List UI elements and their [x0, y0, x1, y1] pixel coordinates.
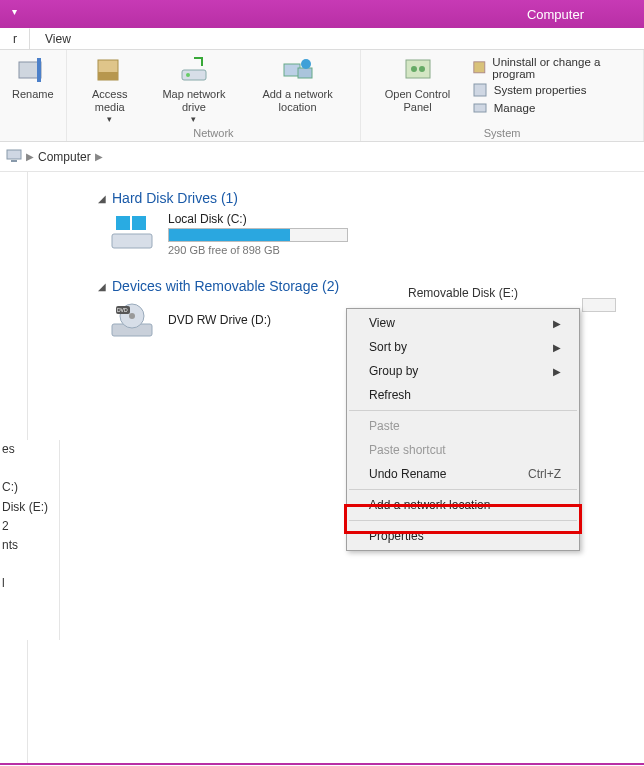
uninstall-program-button[interactable]: Uninstall or change a program: [472, 56, 633, 80]
drive-free-text: 290 GB free of 898 GB: [168, 244, 348, 256]
context-menu: View▶ Sort by▶ Group by▶ Refresh Paste P…: [346, 308, 580, 551]
chevron-right-icon[interactable]: ▶: [91, 151, 107, 162]
svg-text:DVD: DVD: [117, 307, 128, 313]
ribbon-tabbar: r View: [0, 28, 644, 50]
add-network-location-button[interactable]: Add a network location: [241, 52, 354, 127]
chevron-right-icon: ▶: [553, 342, 561, 353]
svg-rect-14: [474, 104, 486, 112]
menu-separator: [349, 410, 577, 411]
drive-removable-e[interactable]: Removable Disk (E:): [408, 286, 518, 300]
window-titlebar: ▾ Computer: [0, 0, 644, 28]
rename-button[interactable]: Rename: [6, 52, 60, 140]
breadcrumb-computer[interactable]: Computer: [38, 150, 91, 164]
uninstall-icon: [472, 60, 487, 76]
chevron-right-icon: ▶: [553, 366, 561, 377]
menu-properties[interactable]: Properties: [347, 524, 579, 548]
ribbon-group-system: System: [367, 127, 637, 140]
computer-root-icon: [6, 147, 22, 166]
drive-label: Local Disk (C:): [168, 212, 348, 226]
sidebar-item[interactable]: Disk (E:): [2, 498, 59, 517]
category-removable[interactable]: ◢ Devices with Removable Storage (2): [98, 278, 644, 294]
svg-rect-13: [474, 84, 486, 96]
svg-rect-16: [11, 160, 17, 162]
svg-point-22: [129, 313, 135, 319]
drive-label: DVD RW Drive (D:): [168, 313, 271, 327]
svg-point-11: [419, 66, 425, 72]
address-bar[interactable]: ▶ Computer ▶: [0, 142, 644, 172]
svg-rect-1: [37, 58, 41, 82]
tab-view[interactable]: View: [32, 28, 84, 49]
window-border-bottom: [0, 763, 644, 765]
collapse-icon[interactable]: ◢: [98, 193, 106, 204]
menu-sort-by[interactable]: Sort by▶: [347, 335, 579, 359]
menu-undo-rename[interactable]: Undo RenameCtrl+Z: [347, 462, 579, 486]
svg-rect-3: [98, 72, 118, 80]
menu-add-network-location[interactable]: Add a network location: [347, 493, 579, 517]
svg-point-8: [301, 59, 311, 69]
dvd-drive-icon: DVD: [110, 300, 154, 340]
menu-refresh[interactable]: Refresh: [347, 383, 579, 407]
control-panel-icon: [402, 54, 434, 86]
open-control-panel-button[interactable]: Open Control Panel: [367, 52, 467, 127]
chevron-right-icon: ▶: [553, 318, 561, 329]
map-network-drive-button[interactable]: Map network drive▾: [147, 52, 241, 127]
network-location-icon: [282, 54, 314, 86]
window-title: Computer: [527, 7, 584, 22]
sidebar-item[interactable]: C:): [2, 478, 59, 497]
manage-button[interactable]: Manage: [472, 100, 633, 116]
nav-pane-items: es C:) Disk (E:) 2 nts l: [0, 440, 60, 640]
rename-icon: [17, 54, 49, 86]
chevron-right-icon[interactable]: ▶: [22, 151, 38, 162]
media-icon: [94, 54, 126, 86]
svg-point-10: [411, 66, 417, 72]
svg-rect-12: [474, 62, 485, 73]
map-drive-icon: [178, 54, 210, 86]
shortcut-text: Ctrl+Z: [528, 467, 561, 481]
removable-usage-bar: [582, 298, 616, 312]
access-media-button[interactable]: Access media▾: [73, 52, 147, 127]
menu-paste: Paste: [347, 414, 579, 438]
category-hdd[interactable]: ◢ Hard Disk Drives (1): [98, 190, 644, 206]
svg-rect-18: [116, 216, 130, 230]
tab-computer-cut[interactable]: r: [0, 28, 30, 49]
svg-rect-17: [112, 234, 152, 248]
svg-rect-9: [406, 60, 430, 78]
drive-local-c[interactable]: Local Disk (C:) 290 GB free of 898 GB: [110, 212, 644, 256]
manage-icon: [472, 100, 488, 116]
sidebar-item[interactable]: l: [2, 574, 59, 593]
menu-view[interactable]: View▶: [347, 311, 579, 335]
system-properties-button[interactable]: System properties: [472, 82, 633, 98]
ribbon: Rename Access media▾ Map network drive▾ …: [0, 50, 644, 142]
svg-rect-15: [7, 150, 21, 159]
svg-rect-7: [298, 68, 312, 78]
menu-paste-shortcut: Paste shortcut: [347, 438, 579, 462]
menu-group-by[interactable]: Group by▶: [347, 359, 579, 383]
collapse-icon[interactable]: ◢: [98, 281, 106, 292]
drive-usage-bar: [168, 228, 348, 242]
svg-rect-19: [132, 216, 146, 230]
svg-point-5: [186, 73, 190, 77]
svg-rect-4: [182, 70, 206, 80]
sidebar-item[interactable]: nts: [2, 536, 59, 555]
sidebar-item[interactable]: 2: [2, 517, 59, 536]
sidebar-item[interactable]: es: [2, 440, 59, 459]
menu-separator: [349, 489, 577, 490]
menu-separator: [349, 520, 577, 521]
qat-dropdown-icon[interactable]: ▾: [12, 6, 17, 17]
properties-icon: [472, 82, 488, 98]
hdd-icon: [110, 214, 154, 254]
ribbon-group-network: Network: [73, 127, 355, 140]
